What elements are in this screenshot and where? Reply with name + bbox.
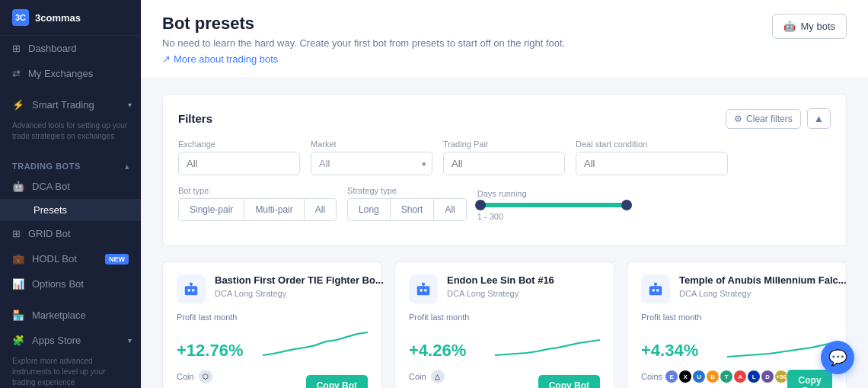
- deal-start-input[interactable]: [576, 152, 728, 175]
- strategy-group: Long Short All: [347, 198, 467, 221]
- sidebar-item-grid-bot[interactable]: ⊞ GRID Bot: [0, 221, 141, 246]
- sidebar-smart-trading-label: Smart Trading: [32, 99, 94, 111]
- strategy-type-filter: Strategy type Long Short All: [347, 186, 467, 221]
- smart-trading-desc: Advanced tools for setting up your trade…: [0, 117, 141, 148]
- exchange-filter: Exchange: [178, 139, 300, 175]
- new-badge: NEW: [105, 254, 129, 265]
- exchange-icon: ⇄: [12, 68, 21, 79]
- trading-pair-label: Trading Pair: [443, 139, 565, 149]
- trading-bots-link[interactable]: More about trading bots: [162, 53, 278, 65]
- main-content: Bot presets No need to learn the hard wa…: [141, 0, 868, 388]
- collapse-filters-button[interactable]: ▲: [807, 108, 831, 129]
- eth-icon: E: [665, 370, 678, 383]
- card-3-title: Temple of Anubis Millennium Falc...: [679, 274, 847, 287]
- marketplace-icon: 🏪: [12, 309, 24, 321]
- dca-bot-icon: 🤖: [12, 181, 24, 192]
- market-label: Market: [311, 139, 432, 149]
- bot-card-2: Endon Lee Sin Bot #16 DCA Long Strategy …: [394, 261, 614, 388]
- days-slider[interactable]: [477, 203, 630, 207]
- apps-icon: 🧩: [12, 335, 24, 346]
- sidebar-label-apps: Apps Store: [32, 335, 81, 346]
- dashboard-icon: ⊞: [12, 43, 21, 54]
- usdt-icon: T: [720, 370, 732, 383]
- svg-rect-14: [655, 285, 656, 286]
- long-btn[interactable]: Long: [347, 198, 391, 221]
- exchange-input[interactable]: [178, 152, 300, 175]
- sidebar-item-options-bot[interactable]: 📊 Options Bot: [0, 271, 141, 297]
- chat-bubble[interactable]: 💬: [821, 341, 854, 374]
- page-header: Bot presets No need to learn the hard wa…: [141, 0, 868, 79]
- sidebar-item-hodl-bot[interactable]: 💼 HODL Bot NEW: [0, 246, 141, 271]
- grid-bot-icon: ⊞: [12, 228, 21, 239]
- filter-icon: ⚙: [734, 114, 742, 124]
- sidebar-label-options: Options Bot: [32, 278, 84, 290]
- svg-point-6: [420, 289, 423, 292]
- trading-bots-chevron[interactable]: ▴: [125, 162, 129, 171]
- clear-filters-button[interactable]: ⚙ Clear filters: [726, 109, 801, 129]
- card-1-title: Bastion First Order TIE Fighter Bo...: [215, 274, 384, 287]
- sidebar-item-label: Dashboard: [28, 43, 77, 54]
- btc-icon: B: [707, 370, 719, 383]
- days-range-label: 1 - 300: [477, 212, 630, 221]
- bot-card-1: Bastion First Order TIE Fighter Bo... DC…: [162, 261, 382, 388]
- page-title: Bot presets: [162, 14, 565, 34]
- sidebar-item-presets[interactable]: Presets: [0, 199, 141, 221]
- sidebar-item-my-exchanges[interactable]: ⇄ My Exchanges: [0, 61, 141, 86]
- bot-icon-2: [409, 274, 438, 303]
- short-btn[interactable]: Short: [391, 198, 435, 221]
- avax-icon: A: [734, 370, 746, 383]
- single-pair-btn[interactable]: Single-pair: [178, 198, 244, 221]
- bot-type-all-btn[interactable]: All: [305, 198, 337, 221]
- bot-icon-1: [177, 274, 206, 303]
- sidebar-item-smart-trading[interactable]: ⚡ Smart Trading ▾: [0, 92, 141, 117]
- strategy-label: Strategy type: [347, 186, 467, 195]
- sidebar-item-marketplace[interactable]: 🏪 Marketplace: [0, 303, 141, 328]
- svg-rect-8: [422, 283, 425, 286]
- deal-start-filter: Deal start condition: [576, 139, 728, 175]
- copy-bot-button-2[interactable]: Copy Bot: [538, 375, 600, 388]
- copy-bot-button-3[interactable]: Copy Bot: [787, 370, 832, 388]
- bot-type-group: Single-pair Multi-pair All: [178, 198, 337, 221]
- svg-rect-3: [190, 283, 193, 286]
- multi-pair-btn[interactable]: Multi-pair: [244, 198, 304, 221]
- apps-desc: Explore more advanced instruments to lev…: [0, 353, 141, 388]
- card-1-coin-label: Coin: [177, 372, 194, 381]
- my-bots-button[interactable]: 🤖 My bots: [772, 14, 847, 39]
- card-2-coin-icon: △: [431, 370, 445, 383]
- card-1-coin-icon: ⬡: [199, 370, 212, 383]
- sidebar-logo: 3C 3commas: [0, 0, 141, 36]
- chat-icon: 💬: [828, 348, 847, 367]
- card-3-coin-label: Coins: [641, 372, 662, 381]
- card-2-coin-label: Coin: [409, 372, 426, 381]
- market-select[interactable]: All: [311, 152, 432, 175]
- chevron-icon: ▾: [128, 101, 132, 109]
- logo-icon: 3C: [12, 9, 29, 26]
- sidebar-item-dca-bot[interactable]: 🤖 DCA Bot: [0, 174, 141, 199]
- card-2-strategy: DCA Long Strategy: [447, 289, 554, 298]
- sidebar-item-label: My Exchanges: [28, 68, 93, 79]
- extra-icon: +56: [775, 370, 787, 383]
- sidebar-label-presets: Presets: [34, 204, 67, 216]
- trading-pair-input[interactable]: [443, 152, 565, 175]
- sidebar-item-apps-store[interactable]: 🧩 Apps Store ▾: [0, 328, 141, 353]
- trading-bots-section: TRADING BOTS ▴: [0, 154, 141, 174]
- sidebar: 3C 3commas ⊞ Dashboard ⇄ My Exchanges ⚡ …: [0, 0, 141, 388]
- card-3-profit-value: +4.34%: [641, 341, 698, 361]
- card-1-profit-label: Profit last month: [177, 313, 368, 322]
- sidebar-item-dashboard[interactable]: ⊞ Dashboard: [0, 36, 141, 61]
- sidebar-label-grid: GRID Bot: [28, 228, 71, 239]
- svg-point-2: [192, 289, 195, 292]
- deal-start-label: Deal start condition: [576, 139, 728, 149]
- strategy-all-btn[interactable]: All: [434, 198, 466, 221]
- sidebar-label-hodl: HODL Bot: [32, 253, 77, 265]
- svg-rect-13: [654, 283, 657, 286]
- page-subtitle: No need to learn the hard way. Create yo…: [162, 37, 565, 49]
- copy-bot-button-1[interactable]: Copy Bot: [306, 375, 368, 388]
- apps-chevron[interactable]: ▾: [128, 336, 132, 345]
- svg-rect-5: [417, 286, 430, 295]
- svg-point-7: [424, 289, 427, 292]
- bot-cards-row: Bastion First Order TIE Fighter Bo... DC…: [162, 261, 847, 388]
- market-filter: Market All: [311, 139, 432, 175]
- xrp-icon: X: [679, 370, 691, 383]
- bot-type-filter: Bot type Single-pair Multi-pair All: [178, 186, 337, 221]
